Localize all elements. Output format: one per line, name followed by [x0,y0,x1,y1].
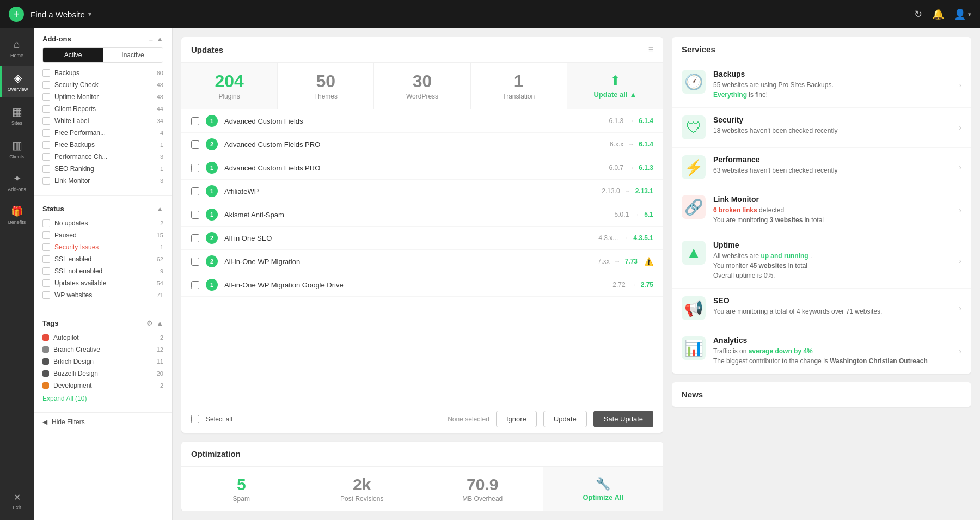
filter-status-row[interactable]: SSL not enabled 9 [42,265,163,277]
expand-all-tags[interactable]: Expand All (10) [42,391,163,406]
filter-addon-row[interactable]: Backups 60 [42,67,163,79]
updates-menu-icon[interactable]: ≡ [648,45,653,54]
update-checkbox[interactable] [191,234,199,242]
addon-checkbox[interactable] [42,117,50,125]
sidebar-item-sites[interactable]: ▦ Sites [0,100,34,131]
filter-status-row[interactable]: Updates available 54 [42,277,163,289]
stat-update-all[interactable]: ⬆ Update all ▲ [567,63,663,109]
update-checkbox[interactable] [191,164,199,172]
service-row-backups[interactable]: 🕐 Backups 55 websites are using Pro Site… [672,62,971,108]
service-row-security[interactable]: 🛡 Security 18 websites haven't been chec… [672,108,971,148]
addon-checkbox[interactable] [42,165,50,173]
filter-addon-row[interactable]: Performance Ch... 3 [42,151,163,163]
sidebar-item-clients[interactable]: ▥ Clients [0,133,34,165]
status-checkbox[interactable] [42,255,50,263]
update-row[interactable]: 1 AffiliateWP 2.13.0 → 2.13.1 [181,180,663,203]
tags-toggle[interactable]: ⚙ ▲ [146,319,163,327]
status-checkbox[interactable] [42,291,50,299]
update-row[interactable]: 1 Advanced Custom Fields 6.1.3 → 6.1.4 [181,109,663,133]
bell-icon[interactable]: 🔔 [932,8,944,20]
stat-plugins[interactable]: 204 Plugins [181,63,278,109]
filter-status-row[interactable]: Security Issues 1 [42,241,163,253]
tag-label: Buzzelli Design [53,370,98,377]
select-all-checkbox[interactable] [191,415,199,423]
ignore-button[interactable]: Ignore [496,411,537,427]
status-toggle[interactable]: ▲ [156,205,163,213]
status-checkbox[interactable] [42,231,50,239]
update-row[interactable]: 2 All in One SEO 4.3.x... → 4.3.5.1 [181,227,663,250]
status-list: No updates 2 Paused 15 Security Issues 1… [42,217,163,301]
update-row[interactable]: 2 All-in-One WP Migration 7.xx → 7.73 ⚠️ [181,250,663,273]
sidebar-item-addons[interactable]: ✦ Add-ons [0,167,34,198]
sidebar-item-exit[interactable]: ✕ Exit [0,487,34,516]
safe-update-button[interactable]: Safe Update [593,411,653,427]
filter-status-row[interactable]: No updates 2 [42,217,163,229]
filter-addon-row[interactable]: Uptime Monitor 48 [42,91,163,103]
status-checkbox[interactable] [42,267,50,275]
addon-checkbox[interactable] [42,129,50,137]
update-checkbox[interactable] [191,281,199,289]
opt-stat-revisions[interactable]: 2k Post Revisions [302,467,423,511]
update-row[interactable]: 1 Advanced Custom Fields PRO 6.0.7 → 6.1… [181,156,663,180]
addons-toggle[interactable]: ≡ ▲ [149,35,163,43]
opt-stat-optimize[interactable]: 🔧 Optimize All [543,467,664,511]
filter-tag-row[interactable]: Buzzelli Design 20 [42,368,163,380]
addon-checkbox[interactable] [42,141,50,149]
filter-status-row[interactable]: SSL enabled 62 [42,253,163,265]
opt-stat-spam[interactable]: 5 Spam [181,467,302,511]
stat-themes[interactable]: 50 Themes [278,63,374,109]
filter-tag-row[interactable]: Branch Creative 12 [42,344,163,356]
filter-addon-row[interactable]: SEO Ranking 1 [42,163,163,175]
status-checkbox[interactable] [42,219,50,227]
addon-checkbox[interactable] [42,81,50,89]
status-checkbox[interactable] [42,279,50,287]
stat-translation[interactable]: 1 Translation [471,63,567,109]
update-row[interactable]: 1 Akismet Anti-Spam 5.0.1 → 5.1 [181,203,663,227]
addon-checkbox[interactable] [42,105,50,113]
filter-addon-row[interactable]: Free Backups 1 [42,139,163,151]
filter-addon-row[interactable]: Link Monitor 3 [42,175,163,187]
addon-label: Performance Ch... [54,153,107,161]
sidebar-item-home[interactable]: ⌂ Home [0,33,34,64]
user-icon[interactable]: 👤 ▾ [954,8,971,20]
status-checkbox[interactable] [42,243,50,251]
stat-wordpress[interactable]: 30 WordPress [374,63,470,109]
addon-checkbox[interactable] [42,93,50,101]
select-all-label[interactable]: Select all [206,415,441,423]
refresh-icon[interactable]: ↻ [914,8,922,20]
filter-tag-row[interactable]: Autopilot 2 [42,332,163,344]
update-row[interactable]: 1 All-in-One WP Migration Google Drive 2… [181,273,663,297]
filter-addon-row[interactable]: Free Performan... 4 [42,127,163,139]
filter-status-row[interactable]: Paused 15 [42,229,163,241]
tab-inactive[interactable]: Inactive [103,48,163,62]
update-checkbox[interactable] [191,117,199,125]
filter-addon-row[interactable]: White Label 34 [42,115,163,127]
sidebar-item-benefits[interactable]: 🎁 Benefits [0,200,34,230]
filter-addon-row[interactable]: Client Reports 44 [42,103,163,115]
update-checkbox[interactable] [191,140,199,149]
filter-tag-row[interactable]: Brkich Design 11 [42,356,163,368]
addon-checkbox[interactable] [42,177,50,185]
update-button[interactable]: Update [543,411,587,427]
update-row[interactable]: 2 Advanced Custom Fields PRO 6.x.x → 6.1… [181,133,663,156]
hide-filters-button[interactable]: ◀ Hide Filters [34,412,172,431]
sidebar-item-overview[interactable]: ◈ Overview [0,66,34,97]
filter-tag-row[interactable]: Development 2 [42,380,163,391]
update-checkbox[interactable] [191,187,199,195]
addon-checkbox[interactable] [42,153,50,161]
service-row-link-monitor[interactable]: 🔗 Link Monitor 6 broken links detectedYo… [672,187,971,233]
service-row-seo[interactable]: 📢 SEO You are monitoring a total of 4 ke… [672,289,971,328]
addon-checkbox[interactable] [42,69,50,77]
service-row-uptime[interactable]: ▲ Uptime All websites are up and running… [672,233,971,289]
tab-active[interactable]: Active [43,48,103,62]
update-checkbox[interactable] [191,258,199,266]
service-row-performance[interactable]: ⚡ Performance 63 websites haven't been c… [672,148,971,187]
website-selector[interactable]: Find a Website ▾ [30,10,91,19]
filter-status-row[interactable]: WP websites 71 [42,289,163,301]
filter-addon-row[interactable]: Security Check 48 [42,79,163,91]
opt-stat-overhead[interactable]: 70.9 MB Overhead [422,467,543,511]
service-row-analytics[interactable]: 📊 Analytics Traffic is on average down b… [672,328,971,374]
status-count: 2 [160,220,163,227]
add-button[interactable]: + [9,7,24,22]
update-checkbox[interactable] [191,211,199,219]
